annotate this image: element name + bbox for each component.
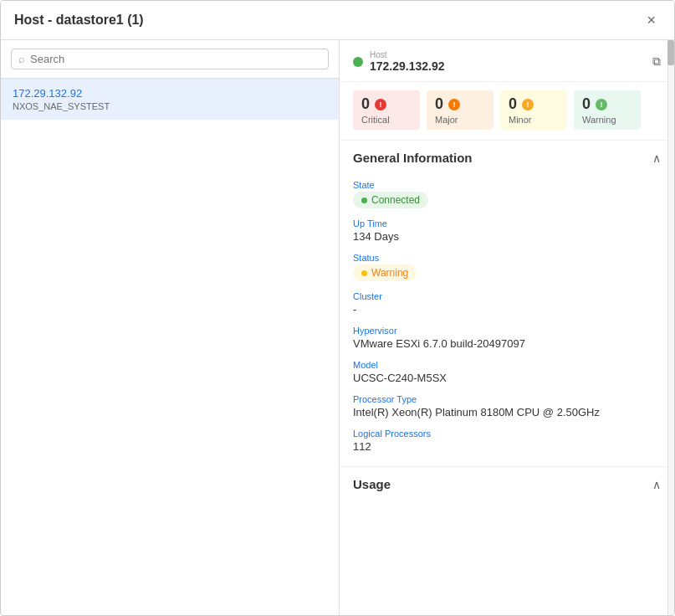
- alert-critical: 0 ! Critical: [353, 90, 420, 130]
- logical-processors-field: Logical Processors 112: [340, 424, 674, 458]
- major-count: 0: [435, 95, 443, 113]
- usage-chevron-up-icon: ∧: [652, 478, 661, 491]
- right-content: Host 172.29.132.92 ⧉ 0 !: [340, 40, 674, 615]
- host-label: Host: [370, 50, 445, 59]
- host-header: Host 172.29.132.92 ⧉: [340, 40, 674, 82]
- cluster-value: -: [353, 303, 661, 316]
- model-label: Model: [353, 360, 661, 370]
- hypervisor-field: Hypervisor VMware ESXi 6.7.0 build-20497…: [340, 321, 674, 355]
- warning-status-badge: Warning: [353, 264, 417, 281]
- major-label: Major: [435, 115, 458, 125]
- warning-count: 0: [582, 95, 591, 113]
- right-panel: Host 172.29.132.92 ⧉ 0 !: [340, 40, 674, 615]
- external-link-button[interactable]: ⧉: [652, 54, 661, 69]
- alert-minor-row: 0 !: [509, 95, 534, 113]
- uptime-label: Up Time: [353, 218, 661, 228]
- general-info-title: General Information: [353, 151, 473, 165]
- badge-dot-yellow: [361, 270, 367, 276]
- minor-count: 0: [509, 95, 517, 113]
- host-detail-ip: 172.29.132.92: [370, 59, 445, 73]
- usage-title: Usage: [353, 477, 391, 491]
- connected-badge: Connected: [353, 192, 428, 208]
- state-field: State Connected: [340, 175, 674, 213]
- cluster-label: Cluster: [353, 291, 661, 301]
- critical-count: 0: [361, 95, 370, 113]
- warning-icon: !: [596, 99, 607, 110]
- general-info-section-header[interactable]: General Information ∧: [340, 140, 674, 175]
- logical-processors-label: Logical Processors: [353, 429, 661, 439]
- minor-icon: !: [522, 99, 534, 110]
- hypervisor-value: VMware ESXi 6.7.0 build-20497097: [353, 337, 661, 350]
- processor-type-label: Processor Type: [353, 394, 661, 404]
- search-icon: ⌕: [18, 53, 25, 65]
- critical-label: Critical: [361, 115, 390, 125]
- uptime-field: Up Time 134 Days: [340, 213, 674, 248]
- cluster-field: Cluster -: [340, 286, 674, 321]
- external-link-icon: ⧉: [652, 54, 661, 68]
- status-field: Status Warning: [340, 248, 674, 286]
- status-badge-container: Warning: [353, 264, 661, 281]
- left-panel: ⌕ 172.29.132.92 NXOS_NAE_SYSTEST: [1, 40, 340, 615]
- search-wrapper[interactable]: ⌕: [11, 49, 329, 69]
- host-header-info: Host 172.29.132.92: [370, 50, 445, 73]
- major-icon: !: [448, 99, 460, 110]
- warning-label: Warning: [582, 115, 616, 125]
- critical-icon: !: [375, 99, 386, 110]
- close-button[interactable]: ×: [642, 11, 661, 29]
- modal-container: Host - datastore1 (1) × ⌕ 172.29.132.92 …: [0, 0, 675, 616]
- scroll-thumb: [667, 40, 674, 65]
- processor-type-field: Processor Type Intel(R) Xeon(R) Platinum…: [340, 389, 674, 424]
- host-list-item[interactable]: 172.29.132.92 NXOS_NAE_SYSTEST: [1, 79, 339, 120]
- host-header-left: Host 172.29.132.92: [353, 50, 445, 73]
- chevron-up-icon: ∧: [652, 151, 661, 165]
- modal-body: ⌕ 172.29.132.92 NXOS_NAE_SYSTEST: [1, 40, 674, 615]
- state-value: Connected: [371, 194, 420, 206]
- alert-counts: 0 ! Critical 0 ! Major 0: [340, 82, 674, 140]
- alert-major-row: 0 !: [435, 95, 460, 113]
- state-label: State: [353, 180, 661, 190]
- minor-label: Minor: [509, 115, 532, 125]
- processor-type-value: Intel(R) Xeon(R) Platinum 8180M CPU @ 2.…: [353, 406, 661, 418]
- modal-title: Host - datastore1 (1): [14, 13, 144, 28]
- badge-dot-green: [361, 198, 367, 203]
- alert-major: 0 ! Major: [427, 90, 493, 130]
- usage-section-header[interactable]: Usage ∧: [340, 466, 674, 501]
- host-name: NXOS_NAE_SYSTEST: [13, 101, 327, 111]
- status-label: Status: [353, 253, 661, 263]
- model-field: Model UCSC-C240-M5SX: [340, 355, 674, 389]
- hypervisor-label: Hypervisor: [353, 326, 661, 336]
- search-container: ⌕: [1, 40, 339, 79]
- host-ip: 172.29.132.92: [13, 87, 327, 100]
- modal-header: Host - datastore1 (1) ×: [1, 1, 674, 40]
- host-list: 172.29.132.92 NXOS_NAE_SYSTEST: [1, 79, 339, 615]
- logical-processors-value: 112: [353, 440, 661, 453]
- status-value: Warning: [371, 267, 408, 279]
- alert-warning: 0 ! Warning: [574, 90, 641, 130]
- model-value: UCSC-C240-M5SX: [353, 372, 661, 384]
- host-status-dot: [353, 57, 363, 67]
- alert-critical-row: 0 !: [361, 95, 386, 113]
- state-badge-container: Connected: [353, 192, 661, 208]
- search-input[interactable]: [30, 53, 321, 65]
- scrollbar[interactable]: [667, 40, 674, 615]
- alert-minor: 0 ! Minor: [500, 90, 567, 130]
- alert-warning-row: 0 !: [582, 95, 607, 113]
- uptime-value: 134 Days: [353, 230, 661, 243]
